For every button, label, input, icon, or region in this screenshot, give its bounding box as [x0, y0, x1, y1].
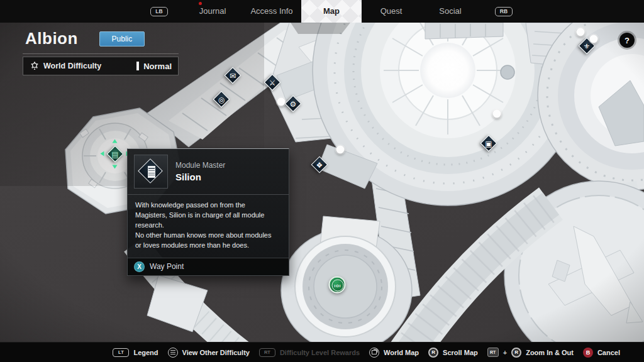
npc-description: With knowledge passed on from the Magist…: [128, 195, 289, 258]
module-chip-icon: [148, 166, 155, 178]
hint-view-other-difficulty[interactable]: View Other Difficulty: [168, 348, 250, 358]
rt-trigger-icon: RT: [259, 348, 275, 357]
difficulty-meter-bar: [136, 62, 139, 70]
marker-npc-silion[interactable]: ▤: [107, 146, 124, 163]
plus-separator: +: [503, 349, 507, 356]
marker-gear-glyph: ⚙: [285, 96, 302, 112]
tab-journal[interactable]: Journal: [183, 0, 242, 23]
module-master-icon: [134, 155, 168, 189]
selection-tick: [113, 165, 118, 169]
marker-dot-5[interactable]: [590, 35, 598, 43]
tooltip-header: Module Master Silion: [128, 149, 289, 194]
marker-target[interactable]: ◎: [213, 91, 230, 108]
tooltip-footer: X Way Point: [128, 258, 289, 275]
hint-label: Zoom In & Out: [526, 349, 574, 356]
tab-map[interactable]: Map: [301, 0, 362, 23]
x-button-icon[interactable]: X: [134, 261, 145, 272]
marker-target-glyph: ◎: [213, 91, 230, 108]
hint-world-map[interactable]: World Map: [369, 348, 419, 358]
marker-fast-travel[interactable]: IOI: [329, 277, 346, 293]
tab-social[interactable]: Social: [421, 0, 480, 23]
marker-weapon[interactable]: ⚔: [264, 74, 281, 91]
marker-mail-glyph: ✉: [225, 67, 242, 84]
hint-label: View Other Difficulty: [182, 349, 250, 356]
marker-cache-glyph: ▣: [480, 135, 497, 152]
difficulty-value: Normal: [143, 62, 172, 71]
selection-tick: [113, 140, 118, 143]
hint-zoom-in-out[interactable]: RT+RZoom In & Out: [487, 348, 574, 358]
hint-difficulty-level-rewards: RTDifficulty Level Rewards: [259, 348, 360, 357]
marker-dot-4[interactable]: [577, 28, 585, 36]
marker-npc-silion-glyph: ▤: [107, 146, 124, 163]
hint-cancel[interactable]: BCancel: [583, 348, 620, 358]
rb-bumper-icon[interactable]: RB: [495, 7, 513, 16]
marker-weapon-glyph: ⚔: [264, 74, 281, 91]
hint-label: Legend: [133, 349, 158, 356]
hint-label: Cancel: [597, 349, 620, 356]
hint-label: World Map: [384, 349, 419, 356]
selection-tick: [101, 151, 104, 156]
right-stick-icon: R: [511, 348, 521, 358]
view-button-icon: [369, 348, 379, 358]
page-title: Albion: [25, 29, 78, 48]
menu-button-icon: [168, 348, 178, 358]
waypoint-action-label[interactable]: Way Point: [150, 262, 184, 271]
marker-dot-2[interactable]: [336, 146, 345, 154]
lt-trigger-icon: LT: [113, 348, 129, 357]
lb-bumper-icon[interactable]: LB: [150, 7, 168, 16]
hint-scroll-map[interactable]: RScroll Map: [428, 348, 478, 358]
marker-dot-1[interactable]: [277, 98, 286, 106]
tab-quest[interactable]: Quest: [362, 0, 421, 23]
npc-name: Silion: [175, 172, 225, 182]
marker-cache[interactable]: ▣: [480, 135, 497, 152]
rt-key-icon: RT: [487, 348, 499, 357]
top-nav-bar: LB Journal Access Info Map Quest Social …: [0, 0, 644, 23]
notification-dot: [199, 2, 202, 5]
b-button-icon: B: [583, 348, 593, 358]
npc-category: Module Master: [175, 161, 225, 170]
portal-ring: IOI: [332, 280, 344, 292]
portal-glyph: IOI: [334, 283, 341, 287]
marker-mail[interactable]: ✉: [225, 67, 242, 84]
help-button[interactable]: ?: [619, 33, 635, 48]
tab-access-info[interactable]: Access Info: [242, 0, 301, 23]
marker-dot-3[interactable]: [493, 110, 501, 118]
npc-tooltip: Module Master Silion With knowledge pass…: [127, 148, 289, 276]
header-divider: [23, 53, 179, 54]
difficulty-label: World Difficulty: [43, 62, 101, 70]
right-stick-icon: R: [428, 348, 438, 358]
world-difficulty-box[interactable]: World Difficulty Normal: [23, 57, 179, 75]
location-header: Albion Public World Difficulty Normal: [0, 23, 201, 75]
visibility-badge: Public: [99, 31, 145, 47]
marker-modules[interactable]: ❖: [311, 156, 328, 173]
hint-label: Scroll Map: [443, 349, 478, 356]
marker-gear[interactable]: ⚙: [285, 96, 302, 112]
difficulty-rosette-icon: [30, 61, 40, 71]
marker-modules-glyph: ❖: [311, 156, 328, 173]
hint-legend[interactable]: LTLegend: [113, 348, 158, 357]
hint-label: Difficulty Level Rewards: [280, 349, 360, 356]
bottom-hint-bar: LTLegendView Other DifficultyRTDifficult…: [0, 342, 644, 362]
